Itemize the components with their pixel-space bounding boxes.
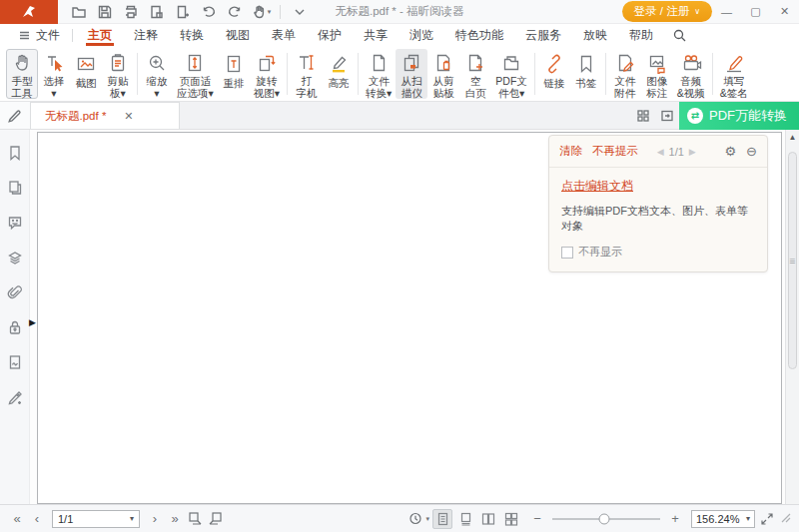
resize-grip[interactable] [779, 511, 791, 526]
layers-panel-icon[interactable] [6, 249, 24, 266]
print-icon[interactable] [120, 2, 142, 22]
duplicate-page-icon[interactable] [146, 2, 168, 22]
save-icon[interactable] [94, 2, 116, 22]
link-button[interactable]: 链接 [538, 49, 570, 99]
zoom-percent-value: 156.24% [696, 513, 746, 525]
image-annot-button[interactable]: 图像 标注 [641, 49, 673, 99]
single-page-view-icon[interactable] [432, 509, 452, 529]
stamp-pen-icon[interactable] [6, 388, 24, 406]
clipboard-icon [106, 52, 130, 74]
facing-view-icon[interactable] [478, 509, 498, 529]
document-tab[interactable]: 无标题.pdf * ✕ [30, 102, 180, 129]
login-register-button[interactable]: 登录 / 注册 ∨ [622, 1, 712, 22]
edit-document-link[interactable]: 点击编辑文档 [561, 178, 633, 195]
select-tool-button[interactable]: 选择 ▾ [38, 49, 70, 99]
prev-view-icon[interactable] [186, 509, 204, 529]
notice-prev-icon[interactable]: ◀ [657, 147, 664, 157]
first-page-button[interactable]: « [8, 509, 26, 529]
pages-panel-icon[interactable] [6, 179, 24, 197]
pdf-portfolio-button[interactable]: PDF文 件包▾ [491, 49, 531, 99]
menu-tab-protect[interactable]: 保护 [307, 24, 353, 46]
snapshot-button[interactable]: 截图 [70, 49, 102, 99]
tab-grid-icon[interactable] [631, 105, 655, 127]
pdf-convert-button[interactable]: ⇄ PDF万能转换 [679, 102, 799, 130]
file-attach-button[interactable]: 文件 附件 [609, 49, 641, 99]
tab-switch-icon[interactable] [655, 105, 679, 127]
search-icon[interactable] [664, 24, 695, 46]
fill-sign-button[interactable]: 填写 &签名 [716, 49, 752, 99]
rotate-view-button[interactable]: 旋转 视图▾ [250, 49, 284, 99]
lock-security-icon[interactable] [6, 318, 24, 336]
bookmark-button[interactable]: 书签 [570, 49, 602, 99]
menu-tab-browse[interactable]: 浏览 [399, 24, 444, 46]
dont-remind-button[interactable]: 不再提示 [592, 144, 638, 159]
customize-toolbar-icon[interactable] [289, 2, 311, 22]
document-area[interactable]: ▶ 清除 不再提示 ◀ 1/1 ▶ ⚙ ⊖ 点击编辑文档 支持编辑 [30, 130, 785, 504]
scrollbar-thumb[interactable]: ☰ [788, 152, 797, 369]
clipboard-button[interactable]: 剪贴 板▾ [102, 49, 134, 99]
checkbox[interactable] [561, 247, 573, 259]
undo-icon[interactable] [198, 2, 220, 22]
menu-tab-slideshow[interactable]: 放映 [572, 24, 618, 46]
from-clipboard-button[interactable]: 从剪 贴板 [427, 49, 459, 99]
blank-page-button[interactable]: 空 白页 [459, 49, 491, 99]
prev-page-button[interactable]: ‹ [28, 509, 46, 529]
fullscreen-icon[interactable] [758, 509, 776, 529]
menu-file[interactable]: 文件 [10, 24, 68, 46]
next-view-icon[interactable] [206, 509, 224, 529]
hand-tool-button[interactable]: 手型 工具 [6, 49, 38, 99]
menu-tab-share[interactable]: 共享 [353, 24, 399, 46]
minimize-button[interactable]: — [712, 0, 741, 24]
ribbon-label: 截图 [76, 77, 97, 89]
bookmark-panel-icon[interactable] [6, 144, 24, 162]
zoom-percent-input[interactable]: 156.24% ▾ [691, 510, 755, 528]
next-page-button[interactable]: › [146, 509, 164, 529]
tab-close-icon[interactable]: ✕ [124, 110, 133, 123]
fit-page-button[interactable]: 页面适 应选项▾ [173, 49, 218, 99]
highlight-button[interactable]: 高亮 [323, 49, 355, 99]
zoom-button[interactable]: 缩放 ▾ [141, 49, 173, 99]
dont-show-checkbox-row[interactable]: 不再显示 [561, 245, 755, 260]
page-number-input[interactable]: 1/1 ▾ [52, 510, 140, 528]
redo-icon[interactable] [224, 2, 246, 22]
notice-settings-gear-icon[interactable]: ⚙ [724, 144, 736, 159]
signature-doc-icon[interactable] [6, 353, 24, 371]
zoom-slider-handle[interactable] [598, 513, 609, 524]
comment-panel-icon[interactable] [6, 214, 24, 232]
maximize-button[interactable]: ▢ [741, 0, 770, 24]
menu-tab-view[interactable]: 视图 [215, 24, 261, 46]
menu-tab-home[interactable]: 主页 [77, 24, 123, 46]
menu-tab-cloud[interactable]: 云服务 [514, 24, 572, 46]
menu-tab-help[interactable]: 帮助 [618, 24, 664, 46]
audio-video-button[interactable]: 音频 &视频 [673, 49, 709, 99]
zoom-slider-track[interactable] [552, 518, 660, 520]
facing-continuous-view-icon[interactable] [501, 509, 521, 529]
notice-collapse-icon[interactable]: ⊖ [746, 144, 757, 159]
menu-tab-form[interactable]: 表单 [261, 24, 307, 46]
last-page-button[interactable]: » [166, 509, 184, 529]
from-scanner-button[interactable]: 从扫 描仪 [396, 49, 427, 99]
new-document-icon[interactable] [172, 2, 194, 22]
reflow-button[interactable]: 重排 [218, 49, 250, 99]
zoom-out-button[interactable]: − [528, 509, 546, 529]
notification-header: 清除 不再提示 ◀ 1/1 ▶ ⚙ ⊖ [549, 136, 767, 168]
clear-button[interactable]: 清除 [559, 144, 582, 159]
vertical-scrollbar[interactable]: ▲ ☰ [785, 130, 799, 504]
menu-tab-convert[interactable]: 转换 [169, 24, 215, 46]
edit-pencil-icon[interactable] [0, 102, 30, 129]
hand-tool-quick-icon[interactable]: ▾ [250, 2, 272, 22]
zoom-in-button[interactable]: + [666, 509, 684, 529]
continuous-view-icon[interactable] [455, 509, 475, 529]
scroll-up-icon[interactable]: ▲ [786, 133, 799, 142]
autoscroll-icon[interactable]: ▾ [408, 509, 429, 529]
notice-next-icon[interactable]: ▶ [689, 147, 696, 157]
panel-expand-arrow[interactable]: ▶ [29, 315, 38, 329]
file-convert-button[interactable]: 文件 转换▾ [362, 49, 396, 99]
paperclip-attach-icon[interactable] [6, 283, 24, 301]
open-file-icon[interactable] [68, 2, 90, 22]
typewriter-button[interactable]: 打 字机 [291, 49, 323, 99]
document-tab-bar: 无标题.pdf * ✕ ⇄ PDF万能转换 [0, 102, 799, 130]
close-button[interactable]: ✕ [770, 0, 799, 24]
menu-tab-comment[interactable]: 注释 [123, 24, 169, 46]
menu-tab-features[interactable]: 特色功能 [444, 24, 514, 46]
